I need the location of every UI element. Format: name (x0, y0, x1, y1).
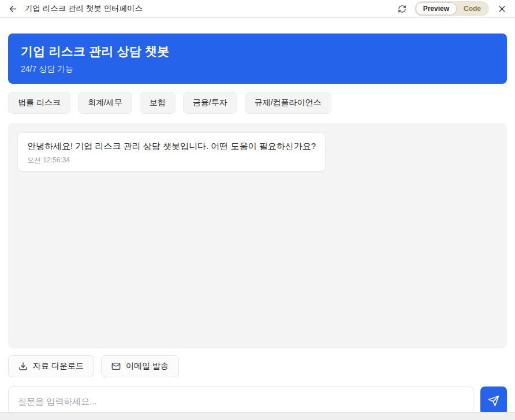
chip-regulation-compliance[interactable]: 규제/컴플라이언스 (245, 92, 331, 114)
view-toggle: Preview Code (415, 1, 489, 16)
page-title: 기업 리스크 관리 챗봇 인터페이스 (25, 3, 143, 14)
bot-message-text: 안녕하세요! 기업 리스크 관리 상담 챗봇입니다. 어떤 도움이 필요하신가요… (27, 140, 316, 153)
download-button[interactable]: 자료 다운로드 (8, 355, 94, 377)
code-tab[interactable]: Code (457, 3, 488, 14)
action-buttons: 자료 다운로드 이메일 발송 (8, 355, 507, 377)
chat-area: 안녕하세요! 기업 리스크 관리 상담 챗봇입니다. 어떤 도움이 필요하신가요… (8, 123, 507, 348)
topbar-actions: Preview Code (397, 1, 508, 16)
artifact-window: 기업 리스크 관리 챗봇 인터페이스 Preview Code 기업 리스크 관… (0, 0, 515, 420)
chip-legal-risk[interactable]: 법률 리스크 (8, 92, 70, 114)
bot-message-time: 오전 12:56:34 (27, 155, 316, 165)
send-button[interactable] (480, 386, 507, 415)
preview-tab[interactable]: Preview (416, 2, 457, 15)
chatbot-title: 기업 리스크 관리 상담 챗봇 (21, 43, 494, 60)
back-button[interactable] (7, 3, 19, 15)
topbar: 기업 리스크 관리 챗봇 인터페이스 Preview Code (0, 0, 515, 18)
email-button-label: 이메일 발송 (126, 361, 169, 371)
chatbot-header: 기업 리스크 관리 상담 챗봇 24/7 상담 가능 (8, 34, 507, 84)
message-input-row (8, 386, 507, 415)
email-button[interactable]: 이메일 발송 (101, 355, 179, 377)
chip-insurance[interactable]: 보험 (140, 92, 176, 114)
download-icon (18, 362, 28, 371)
window-bottom-edge (0, 412, 515, 420)
close-button[interactable] (496, 3, 508, 15)
refresh-icon (398, 5, 406, 13)
mail-icon (111, 362, 121, 371)
arrow-left-icon (8, 4, 18, 14)
download-button-label: 자료 다운로드 (33, 361, 84, 371)
chatbot-subtitle: 24/7 상담 가능 (21, 64, 494, 75)
chatbot-app: 기업 리스크 관리 상담 챗봇 24/7 상담 가능 법률 리스크 회계/세무 … (0, 18, 515, 415)
bot-message: 안녕하세요! 기업 리스크 관리 상담 챗봇입니다. 어떤 도움이 필요하신가요… (17, 132, 326, 172)
close-icon (497, 4, 507, 14)
chip-finance-investment[interactable]: 금융/투자 (183, 92, 237, 114)
chip-accounting-tax[interactable]: 회계/세무 (78, 92, 132, 114)
question-input[interactable] (8, 386, 473, 415)
category-chips: 법률 리스크 회계/세무 보험 금융/투자 규제/컴플라이언스 (8, 92, 507, 114)
refresh-button[interactable] (397, 3, 408, 14)
send-icon (488, 395, 499, 407)
